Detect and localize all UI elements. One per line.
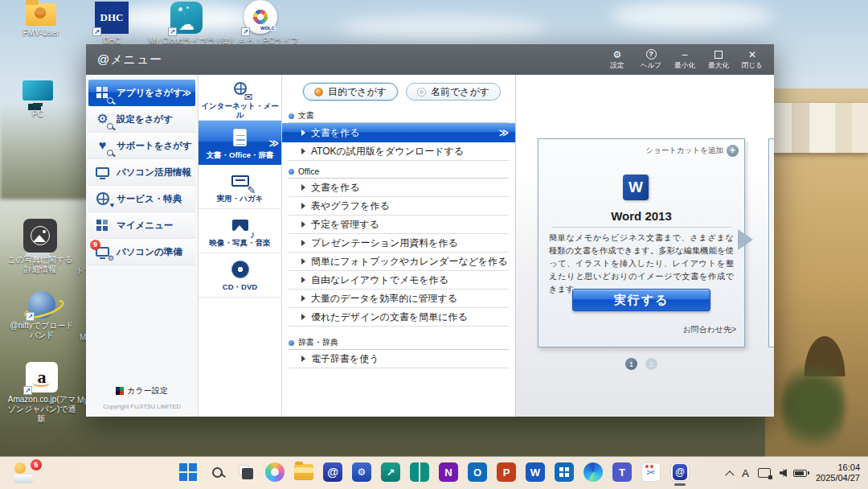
tab-search-by-purpose[interactable]: 目的でさがす — [303, 83, 398, 101]
cloud-icon: ☁ ↗ — [170, 2, 203, 34]
desktop-icon-nifty[interactable]: ↗ @niftyでブロードバンド — [6, 291, 77, 340]
app-description: 簡単なメモからビジネス文書まで、さまざまな種類の文書を作成できます。多彩な編集機… — [549, 232, 734, 296]
atmenu-taskbar-icon[interactable]: @ — [323, 462, 342, 482]
globe-heart-icon: ♥ — [92, 190, 113, 208]
minimize-button[interactable]: – 最小化 — [668, 47, 702, 73]
file-explorer-button[interactable] — [294, 464, 313, 480]
maximize-icon — [714, 49, 723, 60]
search-button[interactable] — [207, 462, 227, 482]
tab-search-by-name[interactable]: 名前でさがす — [406, 83, 501, 101]
menu-item[interactable]: 予定を管理する — [289, 216, 509, 234]
word-button[interactable]: W — [526, 462, 545, 482]
active-app-indicator — [674, 483, 686, 486]
sidebar-item-find-apps[interactable]: アプリをさがす ≫ — [88, 80, 195, 106]
desktop-icon-fmv-user[interactable]: FMV-User — [10, 3, 72, 38]
split-view-app-icon[interactable] — [410, 462, 429, 482]
menu-item-create-document[interactable]: 文書を作る ≫ — [282, 123, 515, 142]
sidebar-item-my-menu[interactable]: マイメニュー — [88, 212, 195, 239]
support-search-icon: ♥ — [92, 137, 113, 154]
close-button[interactable]: ✕ 閉じる — [735, 47, 769, 73]
menu-item-atok-trial[interactable]: ATOKの試用版をダウンロードする — [289, 142, 509, 161]
onenote-button[interactable]: N — [439, 462, 458, 482]
widgets-button[interactable]: 5 — [13, 461, 47, 485]
display-cast-icon[interactable] — [758, 468, 771, 478]
store-icon — [559, 467, 569, 477]
fmv-setup-taskbar-icon[interactable]: ⚙ — [352, 462, 371, 482]
page-dot-1[interactable]: 1 — [625, 358, 637, 370]
shortcut-arrow-icon: ↗ — [26, 312, 35, 321]
my-menu-icon — [92, 216, 113, 234]
powerpoint-button[interactable]: P — [497, 462, 516, 482]
run-button[interactable]: 実行する — [572, 289, 710, 311]
desktop-icon-dhc[interactable]: DHC ↗ DHC — [80, 2, 143, 46]
snipping-tool-button[interactable]: ✂ — [641, 462, 661, 482]
task-view-button[interactable] — [236, 462, 256, 482]
color-setting-button[interactable]: カラー設定 — [116, 385, 167, 397]
menu-item[interactable]: 大量のデータを効率的に管理する — [289, 290, 509, 308]
photo-icon — [23, 219, 57, 253]
edge-button[interactable] — [583, 462, 603, 482]
titlebar[interactable]: @メニュー ⚙ 設定 ? ヘルプ – 最小化 最大化 — [86, 44, 774, 75]
mycloud-taskbar-icon[interactable]: ↗ — [381, 462, 400, 482]
category-internet-mail[interactable]: ✉ インターネット・メール — [199, 76, 281, 121]
volume-icon[interactable] — [780, 469, 784, 477]
desktop-icon-pc[interactable]: PC — [6, 80, 69, 119]
category-video-photo-music[interactable]: ♪ 映像・写真・音楽 — [199, 209, 281, 253]
atmenu-active-taskbar-button[interactable]: @ — [670, 462, 690, 482]
menu-item[interactable]: 文書を作る — [289, 179, 509, 197]
page-dot-2[interactable]: 2 — [645, 358, 657, 370]
sidebar-item-find-settings[interactable]: ⚙ 設定をさがす — [88, 106, 195, 133]
category-practical-postcard[interactable]: ✎ 実用・ハガキ — [199, 165, 281, 209]
chevron-right-icon: ≫ — [498, 127, 509, 138]
maximize-button[interactable]: 最大化 — [702, 47, 735, 73]
microsoft-store-button[interactable] — [555, 462, 574, 482]
section-dot-icon — [289, 340, 294, 346]
start-button[interactable] — [178, 462, 198, 482]
next-card-arrow[interactable] — [738, 229, 753, 250]
globe-ring-icon: ↗ — [28, 291, 55, 318]
detail-panel: ショートカットを追加 + W Word 2013 簡単なメモからビジネス文書まで… — [515, 75, 774, 417]
sidebar-item-find-support[interactable]: ♥ サポートをさがす — [88, 133, 195, 159]
menu-item[interactable]: 簡単にフォトブックやカレンダーなどを作る — [289, 253, 509, 271]
category-cd-dvd[interactable]: CD・DVD — [199, 253, 281, 298]
battery-icon[interactable] — [793, 470, 807, 477]
menu-item[interactable]: 表やグラフを作る — [289, 197, 509, 216]
desktop-icon-wdlc[interactable]: WDLC ↗ 楽しもう！PCライフ — [222, 0, 299, 46]
shortcut-arrow-icon: ↗ — [168, 27, 177, 36]
clock[interactable]: 16:04 2025/04/27 — [816, 462, 860, 483]
photo-music-icon: ♪ — [232, 215, 248, 236]
amazon-icon: a ↗ — [26, 362, 58, 392]
section-header-dictionary: 辞書・辞典 — [289, 336, 509, 350]
date: 2025/04/27 — [816, 473, 860, 483]
category-document-office[interactable]: 文書・Office・辞書 ≫ — [199, 121, 281, 165]
disc-icon — [231, 259, 249, 280]
sidebar-item-pc-setup[interactable]: ⚙ 9 パソコンの準備 — [88, 239, 195, 265]
tray-overflow-chevron-icon[interactable] — [725, 471, 734, 479]
settings-button[interactable]: ⚙ 設定 — [600, 47, 634, 73]
item-arrow-icon — [301, 295, 305, 302]
desktop-icon-label: Amazon.co.jp(アマゾンジャパン)で通販 — [5, 395, 79, 424]
sidebar-item-services[interactable]: ♥ サービス・特典 — [88, 186, 195, 212]
add-shortcut-button[interactable]: ショートカットを追加 + — [645, 145, 739, 157]
contact-link[interactable]: お問合わせ先> — [682, 324, 736, 335]
menu-item[interactable]: 自由なレイアウトでメモを作る — [289, 271, 509, 290]
menu-item-e-dictionary[interactable]: 電子辞書を使う — [289, 350, 509, 368]
sidebar-item-pc-info[interactable]: パソコン活用情報 — [88, 159, 195, 186]
dhc-icon: DHC ↗ — [95, 2, 129, 34]
desktop-icon-photo-details[interactable]: この写真に関する詳細情報 — [6, 219, 74, 274]
item-arrow-icon — [301, 277, 305, 283]
pc-info-icon — [92, 163, 113, 181]
copilot-button[interactable] — [265, 462, 285, 482]
desktop-icon-amazon[interactable]: a ↗ Amazon.co.jp(アマゾンジャパン)で通販 — [5, 362, 79, 424]
menu-item[interactable]: 優れたデザインの文書を簡単に作る — [289, 308, 509, 327]
screen: FMV-User DHC ↗ DHC ☁ ↗ My Cloudライブラリ WDL… — [0, 0, 868, 489]
section-header-office: Office — [289, 165, 509, 179]
menu-item[interactable]: プレゼンテーション用資料を作る — [289, 234, 509, 253]
desktop-icon-mycloud-library[interactable]: ☁ ↗ My Cloudライブラリ — [148, 2, 225, 46]
desktop-icon-label: @niftyでブロードバンド — [6, 321, 77, 340]
teams-button[interactable]: T — [612, 462, 632, 482]
at-icon: @ — [673, 464, 687, 480]
outlook-button[interactable]: O — [468, 462, 487, 482]
ime-indicator[interactable]: A — [742, 467, 749, 479]
help-button[interactable]: ? ヘルプ — [634, 47, 668, 73]
